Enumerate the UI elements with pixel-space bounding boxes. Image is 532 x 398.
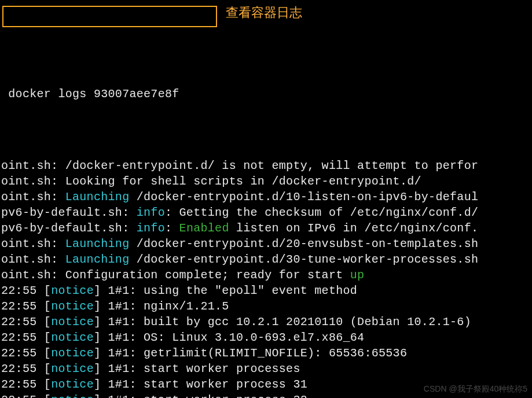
command-highlight-box <box>2 6 217 27</box>
log-segment: /docker-entrypoint.d/10-listen-on-ipv6-b… <box>129 190 478 204</box>
log-segment: ] 1#1: start worker processes <box>94 362 300 375</box>
log-line: oint.sh: /docker-entrypoint.d/ is not em… <box>0 158 532 174</box>
log-segment: ] 1#1: OS: Linux 3.10.0-693.el7.x86_64 <box>94 331 364 344</box>
log-segment: ] 1#1: start worker process 32 <box>94 393 307 398</box>
log-segment: pv6-by-default.sh: <box>1 222 137 235</box>
log-segment: oint.sh: Looking for shell scripts in /d… <box>1 175 421 188</box>
log-segment: ] 1#1: nginx/1.21.5 <box>94 300 229 313</box>
log-segment: notice <box>51 347 94 360</box>
log-segment: : <box>165 222 179 235</box>
log-line: pv6-by-default.sh: info: Getting the che… <box>0 205 532 220</box>
log-line: oint.sh: Launching /docker-entrypoint.d/… <box>0 236 532 252</box>
log-segment: 22:55 [ <box>1 362 51 375</box>
annotation-label: 查看容器日志 <box>226 5 302 20</box>
log-segment: oint.sh: <box>1 237 65 250</box>
log-segment: oint.sh: Configuration complete; ready f… <box>1 268 350 282</box>
log-segment: notice <box>51 315 94 329</box>
log-segment: 22:55 [ <box>1 331 51 344</box>
log-line: 22:55 [notice] 1#1: OS: Linux 3.10.0-693… <box>0 330 532 345</box>
log-line: pv6-by-default.sh: info: Enabled listen … <box>0 220 532 236</box>
log-segment: up <box>350 268 365 282</box>
command-line: docker logs 93007aee7e8f <box>0 80 532 111</box>
log-segment: /docker-entrypoint.d/20-envsubst-on-temp… <box>129 237 478 250</box>
log-segment: ] 1#1: start worker process 31 <box>94 378 307 391</box>
log-segment: Launching <box>65 253 130 266</box>
log-line: 22:55 [notice] 1#1: getrlimit(RLIMIT_NOF… <box>0 345 532 361</box>
log-segment: notice <box>51 300 94 313</box>
log-segment: ] 1#1: built by gcc 10.2.1 20210110 (Deb… <box>94 315 471 329</box>
log-segment: : Getting the checksum of /etc/nginx/con… <box>165 206 478 219</box>
log-segment: oint.sh: /docker-entrypoint.d/ is not em… <box>1 159 478 172</box>
log-line: 22:55 [notice] 1#1: built by gcc 10.2.1 … <box>0 314 532 330</box>
log-segment: listen on IPv6 in /etc/nginx/conf. <box>229 222 479 235</box>
log-segment: info <box>137 206 165 219</box>
log-line: oint.sh: Launching /docker-entrypoint.d/… <box>0 189 532 205</box>
log-segment: Enabled <box>179 222 229 235</box>
log-segment: notice <box>51 284 94 297</box>
log-segment: notice <box>51 378 94 391</box>
log-segment: Launching <box>65 237 130 250</box>
log-line: oint.sh: Looking for shell scripts in /d… <box>0 174 532 189</box>
log-segment: Launching <box>65 190 130 204</box>
log-segment: 22:55 [ <box>1 315 51 329</box>
log-line: 22:55 [notice] 1#1: nginx/1.21.5 <box>0 298 532 314</box>
terminal-window[interactable]: 查看容器日志 docker logs 93007aee7e8f oint.sh:… <box>0 0 532 398</box>
log-segment: ] 1#1: getrlimit(RLIMIT_NOFILE): 65536:6… <box>94 347 407 360</box>
log-segment: oint.sh: <box>1 190 65 204</box>
log-output[interactable]: oint.sh: /docker-entrypoint.d/ is not em… <box>0 158 532 398</box>
log-segment: oint.sh: <box>1 253 65 266</box>
log-line: 22:55 [notice] 1#1: start worker process… <box>0 361 532 377</box>
watermark-text: CSDN @我子祭殿40种统祢5 <box>424 381 527 397</box>
log-segment: 22:55 [ <box>1 378 51 391</box>
log-segment: notice <box>51 362 94 375</box>
log-segment: pv6-by-default.sh: <box>1 206 137 219</box>
log-line: 22:55 [notice] 1#1: using the "epoll" ev… <box>0 283 532 298</box>
log-line: oint.sh: Configuration complete; ready f… <box>0 267 532 283</box>
log-segment: 22:55 [ <box>1 284 51 297</box>
log-line: oint.sh: Launching /docker-entrypoint.d/… <box>0 252 532 267</box>
log-segment: 22:55 [ <box>1 347 51 360</box>
log-segment: 22:55 [ <box>1 393 51 398</box>
log-segment: info <box>137 222 165 235</box>
log-segment: notice <box>51 331 94 344</box>
log-segment: notice <box>51 393 94 398</box>
log-segment: 22:55 [ <box>1 300 51 313</box>
log-segment: /docker-entrypoint.d/30-tune-worker-proc… <box>129 253 478 266</box>
log-segment: ] 1#1: using the "epoll" event method <box>94 284 357 297</box>
